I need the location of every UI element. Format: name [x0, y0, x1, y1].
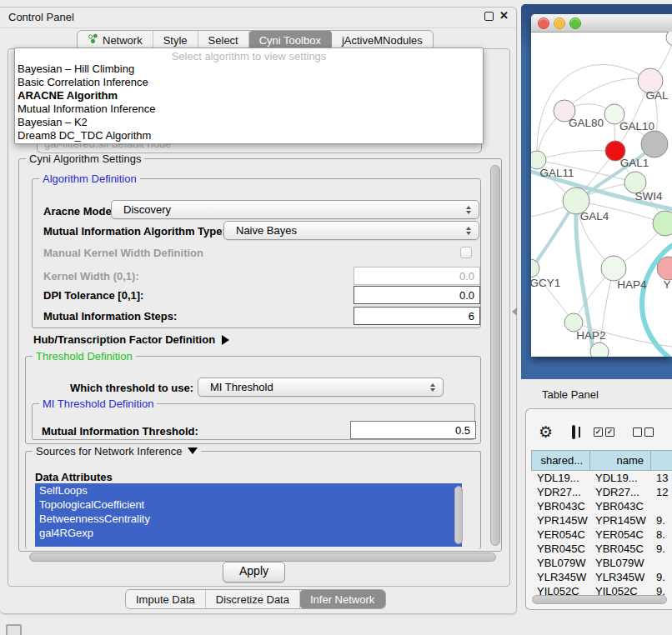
- tab-label: Discretize Data: [216, 593, 289, 606]
- table-cell: YBR045C: [589, 542, 650, 556]
- settings-vertical-scrollbar[interactable]: [490, 165, 500, 546]
- kernel-width-input[interactable]: 0.0: [354, 267, 480, 285]
- hub-definition-toggle[interactable]: Hub/Transcription Factor Definition: [33, 333, 229, 346]
- aracne-mode-value: Discovery: [112, 203, 462, 216]
- stepper-arrows-icon: [462, 227, 475, 235]
- float-window-icon[interactable]: [484, 12, 494, 21]
- table-row[interactable]: YBR043CYBR043C: [531, 499, 672, 513]
- table-cell: YDR27...: [531, 485, 589, 499]
- which-threshold-combo[interactable]: MI Threshold: [198, 378, 444, 397]
- split-handle-icon[interactable]: [512, 308, 517, 316]
- network-node-swi4[interactable]: [653, 211, 672, 236]
- settings-horizontal-scrollbar[interactable]: [29, 552, 496, 562]
- tab-style[interactable]: Style: [153, 31, 198, 49]
- tab-discretize-data[interactable]: Discretize Data: [206, 590, 300, 608]
- algorithm-option[interactable]: Basic Correlation Inference: [15, 76, 483, 89]
- network-node[interactable]: [666, 32, 672, 46]
- algorithm-option[interactable]: Dream8 DC_TDC Algorithm: [15, 129, 483, 142]
- table-cell: YPR145W: [589, 513, 650, 528]
- table-panel-title: Table Panel: [542, 388, 599, 401]
- network-window-titlebar[interactable]: [531, 14, 672, 32]
- gear-icon[interactable]: ⚙: [539, 422, 553, 442]
- manual-kernel-checkbox[interactable]: [460, 247, 472, 258]
- stepper-arrows-icon: [426, 383, 439, 392]
- apply-button[interactable]: Apply: [223, 562, 285, 582]
- select-all-columns-icon[interactable]: ✓✓: [594, 428, 614, 437]
- table-horizontal-scrollbar[interactable]: [532, 594, 672, 603]
- attributes-list-scrollbar[interactable]: [454, 486, 463, 544]
- minimized-panel-icon[interactable]: [6, 624, 22, 635]
- table-row[interactable]: YBR045CYBR045C9.: [531, 542, 672, 556]
- close-icon[interactable]: ✕: [499, 9, 509, 22]
- algorithm-option[interactable]: Mutual Information Inference: [15, 102, 483, 116]
- data-attributes-label: Data Attributes: [35, 471, 113, 483]
- network-node-hap4[interactable]: [601, 256, 626, 281]
- network-icon: [88, 33, 98, 47]
- zoom-traffic-light[interactable]: [569, 18, 581, 29]
- column-header[interactable]: shared...: [531, 450, 589, 471]
- algorithm-option[interactable]: Bayesian – Hill Climbing: [15, 62, 483, 76]
- network-node[interactable]: [590, 342, 609, 357]
- deselect-all-columns-icon[interactable]: [633, 428, 654, 437]
- table-row[interactable]: YBL079WYBL079W: [531, 556, 672, 570]
- mi-steps-label: Mutual Information Steps:: [43, 310, 177, 322]
- cyni-bottom-tabs: Impute DataDiscretize DataInfer Network: [125, 589, 386, 609]
- network-edge[interactable]: [564, 78, 650, 111]
- table-cell: 8.: [650, 528, 672, 542]
- table-row[interactable]: YDR27...YDR27...12: [531, 485, 672, 499]
- tab-impute-data[interactable]: Impute Data: [126, 590, 206, 608]
- attribute-item[interactable]: TopologicalCoefficient: [35, 498, 462, 512]
- column-header[interactable]: name: [589, 450, 650, 471]
- algorithm-option[interactable]: ARACNE Algorithm: [15, 89, 483, 102]
- algorithm-definition-title: Algorithm Definition: [39, 172, 140, 185]
- dpi-tolerance-input[interactable]: 0.0: [354, 286, 480, 304]
- tab-cyni-toolbox[interactable]: Cyni Toolbox: [249, 31, 332, 49]
- table-row[interactable]: YER054CYER054C8.: [531, 528, 672, 542]
- table-scrollbar-thumb[interactable]: [532, 595, 667, 604]
- node-label: GAL: [645, 89, 669, 102]
- tab-label: Cyni Toolbox: [259, 34, 321, 47]
- table-row[interactable]: YDL19...YDL19...13: [531, 471, 672, 485]
- tab-label: Style: [163, 34, 188, 47]
- aracne-mode-combo[interactable]: Discovery: [111, 200, 479, 219]
- attribute-item[interactable]: gal4RGexp: [35, 526, 462, 540]
- network-node[interactable]: [641, 131, 668, 158]
- sources-title: Sources for Network Inference: [36, 445, 183, 458]
- table-row[interactable]: YLR345WYLR345W9.: [531, 570, 672, 584]
- tab-select[interactable]: Select: [198, 31, 249, 49]
- threshold-definition-title: Threshold Definition: [33, 350, 136, 362]
- mi-type-combo[interactable]: Naive Bayes: [223, 221, 479, 240]
- expand-right-icon: [222, 335, 229, 345]
- attribute-item[interactable]: SelfLoops: [35, 483, 462, 498]
- mi-steps-input[interactable]: 6: [354, 307, 480, 325]
- tab-infer-network[interactable]: Infer Network: [300, 590, 385, 608]
- sources-toggle[interactable]: Sources for Network Inference: [33, 445, 201, 458]
- attribute-item[interactable]: BetweennessCentrality: [35, 512, 462, 526]
- minimize-traffic-light[interactable]: [554, 18, 565, 29]
- network-graph[interactable]: GALGAL80GAL10GAL1GAL11GAL4SWI4GCY1HAP4YH…: [531, 32, 672, 357]
- tab-label: Infer Network: [310, 593, 374, 606]
- tab-network[interactable]: Network: [78, 31, 153, 49]
- columns-icon[interactable]: [572, 425, 575, 439]
- algorithm-option[interactable]: Bayesian – K2: [15, 116, 483, 129]
- mi-threshold-title: MI Threshold Definition: [39, 398, 157, 410]
- which-threshold-value: MI Threshold: [198, 381, 426, 393]
- node-label: GAL1: [620, 157, 649, 169]
- table-cell: 12: [650, 485, 672, 499]
- node-label: GAL11: [539, 167, 574, 179]
- table-cell: YER054C: [531, 528, 589, 542]
- table-row[interactable]: YPR145WYPR145W9.: [531, 513, 672, 528]
- network-edge[interactable]: [537, 151, 615, 160]
- mi-type-value: Naive Bayes: [224, 224, 462, 237]
- close-traffic-light[interactable]: [538, 18, 549, 29]
- column-header[interactable]: [650, 450, 672, 471]
- data-attributes-list[interactable]: SelfLoopsTopologicalCoefficientBetweenne…: [35, 483, 462, 547]
- table-cell: YBR043C: [531, 499, 589, 513]
- table-cell: YBR045C: [531, 542, 589, 556]
- control-panel-titlebar[interactable]: [0, 7, 516, 28]
- mi-threshold-input[interactable]: 0.5: [350, 421, 476, 439]
- tab-jactivemnodules[interactable]: jActiveMNodules: [332, 31, 433, 49]
- node-label: GAL4: [580, 210, 609, 222]
- node-label: GAL10: [619, 120, 654, 132]
- table-cell: YLR345W: [531, 570, 589, 584]
